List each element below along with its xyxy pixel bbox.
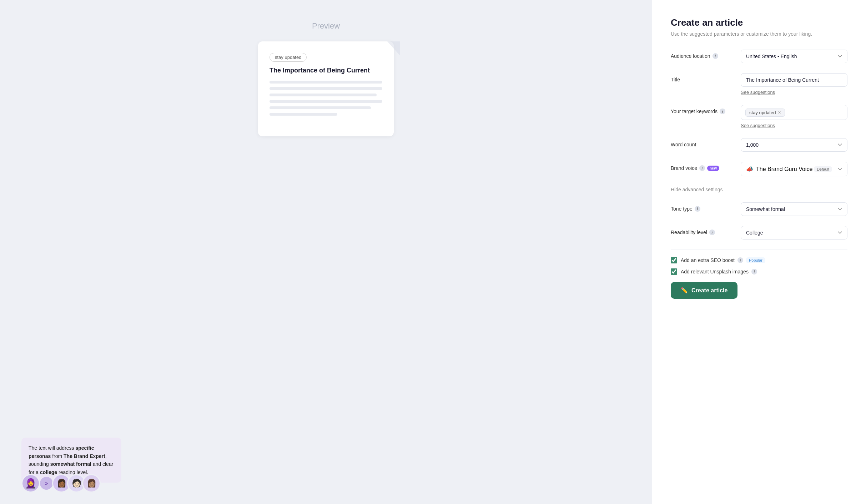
preview-panel: Preview stay updated The Importance of B… <box>0 0 652 504</box>
checkboxes-section: Add an extra SEO boost i Popular Add rel… <box>671 250 847 275</box>
readability-control: Elementary Middle School High School Col… <box>741 226 847 240</box>
unsplash-info-icon[interactable]: i <box>751 269 757 274</box>
preview-line-3 <box>270 94 377 96</box>
preview-title: Preview <box>312 21 340 31</box>
brand-voice-value: The Brand Guru Voice <box>756 166 812 172</box>
keyword-remove-button[interactable]: × <box>778 110 781 115</box>
title-row: Title See suggestions <box>671 73 847 95</box>
unsplash-label: Add relevant Unsplash images i <box>681 269 757 274</box>
keywords-input-field[interactable]: stay updated × <box>741 105 847 120</box>
readability-row: Readability level i Elementary Middle Sc… <box>671 226 847 240</box>
brand-voice-control: 📣 The Brand Guru Voice Default <box>741 162 847 176</box>
readability-label: Readability level i <box>671 226 735 235</box>
audience-location-label: Audience location i <box>671 50 735 59</box>
form-panel: Create an article Use the suggested para… <box>652 0 866 504</box>
brand-voice-row: Brand voice i new 📣 The Brand Guru Voice… <box>671 162 847 176</box>
avatar-arrow-icon: » <box>40 477 53 490</box>
create-article-button[interactable]: ✏️ Create article <box>671 282 737 299</box>
tone-type-info-icon[interactable]: i <box>695 206 700 212</box>
keywords-control: stay updated × See suggestions <box>741 105 847 128</box>
brand-voice-default-badge: Default <box>814 166 832 172</box>
see-suggestions-title[interactable]: See suggestions <box>741 90 847 95</box>
avatar-3: 👩🏽 <box>82 474 101 493</box>
brand-voice-right: Default <box>814 166 842 172</box>
avatar-source: 🧕 <box>21 474 40 493</box>
create-button-label: Create article <box>691 287 727 294</box>
create-button-icon: ✏️ <box>681 287 688 294</box>
word-count-control: 500 1,000 1,500 2,000 <box>741 138 847 152</box>
brand-voice-label: Brand voice i new <box>671 162 735 171</box>
keyword-tag-label: stay updated <box>749 110 776 115</box>
word-count-row: Word count 500 1,000 1,500 2,000 <box>671 138 847 152</box>
tone-type-select[interactable]: Very formal Somewhat formal Neutral Some… <box>741 202 847 216</box>
tone-type-control: Very formal Somewhat formal Neutral Some… <box>741 202 847 216</box>
avatars-row: 🧕 » 👩🏾 🧑🏻 👩🏽 <box>21 474 101 493</box>
unsplash-row: Add relevant Unsplash images i <box>671 268 847 275</box>
preview-line-6 <box>270 113 337 116</box>
audience-location-control: United States • English United Kingdom •… <box>741 50 847 63</box>
tooltip-text-prefix: The text will address <box>29 445 76 451</box>
preview-line-2 <box>270 87 382 90</box>
brand-voice-left: 📣 The Brand Guru Voice <box>746 166 812 172</box>
brand-voice-chevron-icon <box>838 168 842 171</box>
tooltip-text-mid1: from <box>51 453 64 459</box>
readability-info-icon[interactable]: i <box>709 230 715 235</box>
audience-location-select[interactable]: United States • English United Kingdom •… <box>741 50 847 63</box>
audience-location-info-icon[interactable]: i <box>713 53 718 59</box>
preview-tag: stay updated <box>270 53 307 62</box>
preview-card-article-title: The Importance of Being Current <box>270 67 382 74</box>
readability-select[interactable]: Elementary Middle School High School Col… <box>741 226 847 240</box>
form-heading: Create an article <box>671 17 847 28</box>
brand-voice-info-icon[interactable]: i <box>699 165 705 171</box>
seo-boost-checkbox[interactable] <box>671 257 677 263</box>
brand-voice-new-badge: new <box>707 166 719 171</box>
title-input[interactable] <box>741 73 847 87</box>
brand-voice-emoji: 📣 <box>746 166 753 172</box>
keywords-info-icon[interactable]: i <box>720 109 725 114</box>
corner-fold-icon <box>387 41 400 56</box>
form-subtitle: Use the suggested parameters or customiz… <box>671 31 847 37</box>
audience-location-row: Audience location i United States • Engl… <box>671 50 847 63</box>
preview-line-1 <box>270 81 382 84</box>
seo-boost-label: Add an extra SEO boost i Popular <box>681 257 765 263</box>
preview-line-4 <box>270 100 382 103</box>
keywords-label: Your target keywords i <box>671 105 735 114</box>
unsplash-checkbox[interactable] <box>671 268 677 275</box>
tooltip-bold-brand: The Brand Expert <box>64 453 105 459</box>
title-label: Title <box>671 73 735 82</box>
see-suggestions-keywords[interactable]: See suggestions <box>741 123 847 128</box>
seo-boost-popular-badge: Popular <box>746 257 765 263</box>
brand-voice-selector[interactable]: 📣 The Brand Guru Voice Default <box>741 162 847 176</box>
preview-line-5 <box>270 106 371 109</box>
seo-boost-info-icon[interactable]: i <box>737 257 743 263</box>
word-count-select[interactable]: 500 1,000 1,500 2,000 <box>741 138 847 152</box>
title-control: See suggestions <box>741 73 847 95</box>
keywords-row: Your target keywords i stay updated × Se… <box>671 105 847 128</box>
word-count-label: Word count <box>671 138 735 147</box>
tooltip-bold-tone: somewhat formal <box>50 461 91 467</box>
keyword-tag-stay-updated: stay updated × <box>745 109 785 117</box>
tone-type-row: Tone type i Very formal Somewhat formal … <box>671 202 847 216</box>
advanced-settings-toggle[interactable]: Hide advanced settings <box>671 187 723 192</box>
seo-boost-row: Add an extra SEO boost i Popular <box>671 257 847 263</box>
preview-card: stay updated The Importance of Being Cur… <box>258 41 394 136</box>
tone-type-label: Tone type i <box>671 202 735 212</box>
